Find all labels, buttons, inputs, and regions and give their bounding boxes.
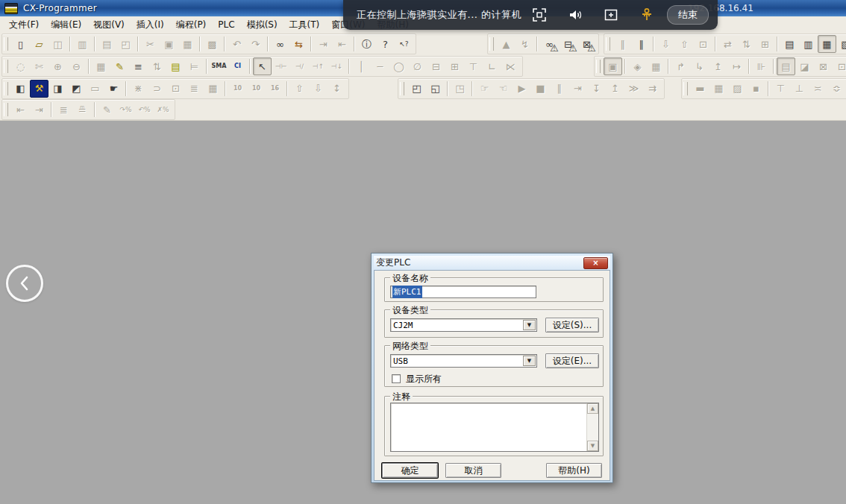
io-table-button[interactable]: ⊃ — [148, 80, 166, 98]
window-select-icon[interactable] — [603, 7, 619, 23]
monitor-ci-button[interactable]: CI — [228, 57, 247, 75]
network-settings-button[interactable]: 设定(E)... — [545, 353, 599, 368]
new-function-block-button[interactable]: ⊤ — [464, 57, 483, 75]
pause-button[interactable]: ∥ — [632, 35, 651, 53]
block-program-a-button[interactable]: ▬ — [691, 80, 709, 98]
select-mode-button[interactable]: ↖ — [253, 57, 272, 75]
go-to-input-button[interactable]: ⇧ — [290, 80, 309, 98]
coverage-b-button[interactable]: ↶% — [135, 101, 154, 119]
cross-reference-button[interactable]: ⋇ — [129, 80, 148, 98]
find-button[interactable]: ∞ — [271, 35, 289, 53]
new-contact-down-button[interactable]: ⊣↓ — [328, 57, 346, 75]
new-horizontal-button[interactable]: ─ — [371, 57, 389, 75]
paste-button[interactable]: ▦ — [178, 35, 197, 53]
show-all-checkbox[interactable] — [392, 374, 401, 383]
new-instruction-b-button[interactable]: ⊞ — [445, 57, 464, 75]
monitor-sma-button[interactable]: SMA — [210, 57, 228, 75]
new-vertical-button[interactable]: │ — [352, 57, 371, 75]
sim-step-run-button[interactable]: ⇥ — [568, 80, 587, 98]
align-bottom-button[interactable]: ⊥ — [790, 80, 809, 98]
delete-mode-button[interactable]: ⋉ — [501, 57, 520, 75]
distribute-button[interactable]: ≎ — [827, 80, 846, 98]
menu-file[interactable]: 文件(F) — [3, 16, 45, 34]
comment-textarea[interactable]: ▲ ▼ — [390, 403, 599, 452]
sim-log-button[interactable]: ◳ — [451, 80, 469, 98]
sound-icon[interactable] — [567, 7, 583, 23]
undo-button[interactable]: ↶ — [228, 35, 246, 53]
block-program-d-button[interactable]: ▪ — [747, 80, 765, 98]
open-project-button[interactable]: ▱ — [30, 35, 48, 53]
pause-monitor-button[interactable]: ∥ — [613, 35, 632, 53]
sim-step-out-button[interactable]: ↥ — [606, 80, 624, 98]
ok-button[interactable]: 确定 — [382, 463, 438, 478]
toolbar-drag-handle[interactable] — [4, 82, 8, 95]
sim-continuous-step-button[interactable]: ≫ — [624, 80, 643, 98]
sim-pause-button[interactable]: ∥ — [550, 80, 568, 98]
transfer-report-button[interactable]: ⊟⚠ — [559, 35, 577, 53]
toolbar-drag-handle[interactable] — [4, 37, 8, 51]
show-grid-button[interactable]: ▦ — [92, 57, 110, 75]
online-compile-button[interactable]: ↯ — [516, 35, 534, 53]
scroll-down-icon[interactable]: ▼ — [587, 441, 598, 451]
work-online-button[interactable]: ⇄ — [718, 35, 737, 53]
align-middle-button[interactable]: ≍ — [809, 80, 827, 98]
section-list-button[interactable]: ◩ — [67, 80, 86, 98]
watch-window-button[interactable]: ▣ — [604, 57, 622, 75]
usage-overview-button[interactable]: ↕ — [328, 80, 346, 98]
coverage-clear-button[interactable]: ✗% — [154, 101, 172, 119]
debug-mode-button[interactable]: ▥ — [799, 35, 818, 53]
zoom-select-button[interactable]: ◌ — [11, 57, 30, 75]
rung-comment-button[interactable]: ≞ — [73, 101, 92, 119]
cut-button[interactable]: ✂ — [141, 35, 160, 53]
toolbar-drag-handle[interactable] — [400, 82, 404, 95]
clear-forces-button[interactable]: ⊠ — [814, 57, 833, 75]
sim-run-button[interactable]: ▶ — [513, 80, 531, 98]
sim-console-button[interactable]: ◱ — [426, 80, 445, 98]
monitor-decimal-button[interactable]: 10 — [228, 80, 247, 98]
plc-memory-button[interactable]: ▦ — [204, 80, 222, 98]
toolbar-drag-handle[interactable] — [4, 60, 8, 73]
compare-with-plc-button[interactable]: ⊡ — [694, 35, 712, 53]
auto-online-button[interactable]: ⇅ — [737, 35, 756, 53]
go-to-output-button[interactable]: ⇩ — [309, 80, 328, 98]
new-contact-button[interactable]: ⊣⊢ — [272, 57, 290, 75]
sim-window-button[interactable]: ◰ — [407, 80, 426, 98]
new-contact-up-button[interactable]: ⊣↑ — [309, 57, 328, 75]
reset-bit-button[interactable]: ↦ — [727, 57, 746, 75]
zoom-in-button[interactable]: ⊕ — [48, 57, 67, 75]
dialog-close-button[interactable]: × — [583, 257, 608, 269]
run-mode-button[interactable]: ▧ — [836, 35, 846, 53]
menu-plc[interactable]: PLC — [212, 17, 240, 32]
coverage-a-button[interactable]: ↷% — [116, 101, 135, 119]
save-project-button[interactable]: ◫ — [48, 35, 67, 53]
view-calendar-button[interactable]: ▦ — [647, 57, 665, 75]
show-ladder-sections-button[interactable]: ▤ — [166, 57, 185, 75]
print-setup-button[interactable]: ▥ — [73, 35, 92, 53]
dialog-titlebar[interactable]: 变更PLC × — [374, 256, 610, 270]
show-symbol-bar-button[interactable]: ⊨ — [185, 57, 204, 75]
scroll-up-icon[interactable]: ▲ — [587, 403, 598, 414]
menu-view[interactable]: 视图(V) — [87, 16, 131, 34]
symbols-view-button[interactable]: ◨ — [48, 80, 67, 98]
force-off-button[interactable]: ↳ — [690, 57, 709, 75]
chevron-down-icon[interactable]: ▼ — [523, 356, 536, 366]
show-rung-annotations-button[interactable]: ≡ — [129, 57, 148, 75]
ladder-view-button[interactable]: ◧ — [11, 80, 30, 98]
menu-insert[interactable]: 插入(I) — [131, 16, 170, 34]
force-status-button[interactable]: ◪ — [795, 57, 814, 75]
paste-co-button[interactable]: ▩ — [203, 35, 222, 53]
menu-simulation[interactable]: 模拟(S) — [241, 16, 283, 34]
force-on-button[interactable]: ↱ — [671, 57, 690, 75]
zoom-out-button[interactable]: ⊖ — [67, 57, 86, 75]
toolbar-drag-handle[interactable] — [606, 37, 610, 51]
show-comments-button[interactable]: ✎ — [110, 57, 129, 75]
cancel-button[interactable]: 取消 — [445, 463, 501, 478]
address-prev-button[interactable]: ⇤ — [333, 35, 351, 53]
address-next-button[interactable]: ⇥ — [314, 35, 333, 53]
toolbar-drag-handle[interactable] — [683, 82, 688, 95]
replace-button[interactable]: ⇆ — [289, 35, 308, 53]
device-type-settings-button[interactable]: 设定(S)... — [545, 318, 599, 333]
fit-screen-icon[interactable] — [531, 7, 548, 23]
redo-button[interactable]: ↷ — [246, 35, 265, 53]
verify-report-button[interactable]: ⊠⚠ — [577, 35, 596, 53]
